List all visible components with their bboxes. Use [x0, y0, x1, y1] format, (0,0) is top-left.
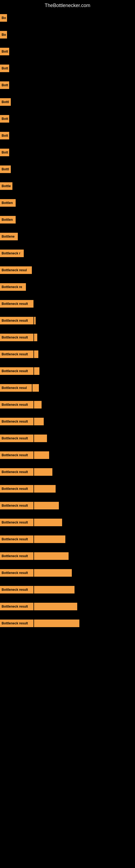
bottleneck-label: Bottleneck result	[0, 552, 34, 560]
list-item: Bottlen	[0, 195, 135, 211]
list-item: Bottleneck result	[0, 531, 135, 547]
list-item: Bottleneck result	[0, 296, 135, 312]
list-item: Bott	[0, 144, 135, 161]
bottleneck-bar	[34, 485, 56, 493]
page-title: TheBottlenecker.com	[0, 0, 135, 10]
bottleneck-label: Bottleneck resul	[0, 267, 32, 274]
bottleneck-bar	[34, 435, 47, 442]
bottleneck-label: Bottl	[0, 98, 11, 106]
list-item: Bottleneck resul	[0, 380, 135, 396]
list-item: Bottleneck result	[0, 346, 135, 362]
bottleneck-label: Bott	[0, 132, 9, 140]
list-item: Bottleneck result	[0, 363, 135, 379]
bottleneck-label: Bottlene	[0, 233, 18, 240]
list-item: Bottleneck result	[0, 497, 135, 514]
bottleneck-label: Bottlen	[0, 216, 16, 223]
bottleneck-label: Bottleneck result	[0, 502, 34, 509]
bottleneck-bar	[34, 317, 36, 324]
bottleneck-label: Bottlen	[0, 199, 16, 207]
bottleneck-label: Bottl	[0, 165, 11, 173]
list-item: Bottle	[0, 178, 135, 194]
list-item: Bo	[0, 10, 135, 26]
list-item: Bottlene	[0, 228, 135, 245]
list-item: Bottleneck resul	[0, 262, 135, 278]
bottleneck-bar	[34, 586, 75, 593]
list-item: Bott	[0, 77, 135, 93]
bottleneck-bar	[34, 350, 38, 358]
bottleneck-bar	[34, 502, 59, 509]
bottleneck-label: Bottleneck result	[0, 317, 34, 324]
bottleneck-label: Bottleneck result	[0, 435, 34, 442]
bottleneck-label: Bottleneck result	[0, 519, 34, 526]
list-item: Bottleneck result	[0, 312, 135, 329]
bottleneck-bar	[34, 603, 77, 610]
list-item: Bottleneck result	[0, 329, 135, 346]
bottleneck-label: Bott	[0, 149, 9, 156]
list-item: Bottleneck result	[0, 598, 135, 615]
list-item: Bottl	[0, 94, 135, 110]
list-item: Bottleneck result	[0, 582, 135, 598]
bottleneck-bar	[34, 452, 49, 459]
list-item: Bott	[0, 127, 135, 144]
bottleneck-bar	[34, 519, 62, 526]
rows-container: BoBoBottBottBottBottlBottBottBottBottlBo…	[0, 10, 135, 631]
bottleneck-label: Bottleneck result	[0, 452, 34, 459]
list-item: Bottleneck result	[0, 397, 135, 413]
bottleneck-label: Bott	[0, 65, 9, 72]
bottleneck-label: Bottleneck result	[0, 603, 34, 610]
list-item: Bottleneck result	[0, 548, 135, 564]
main-container: TheBottlenecker.com BoBoBottBottBottBott…	[0, 0, 135, 631]
list-item: Bottleneck re	[0, 279, 135, 295]
bottleneck-bar	[34, 334, 37, 341]
bottleneck-label: Bottleneck result	[0, 586, 34, 593]
bottleneck-label: Bottleneck result	[0, 350, 34, 358]
bottleneck-label: Bottleneck result	[0, 535, 34, 543]
bottleneck-label: Bottleneck result	[0, 418, 34, 425]
list-item: Bo	[0, 27, 135, 43]
bottleneck-bar	[32, 384, 39, 392]
bottleneck-bar	[34, 535, 65, 543]
list-item: Bott	[0, 111, 135, 127]
list-item: Bottleneck result	[0, 514, 135, 531]
bottleneck-label: Bottleneck result	[0, 367, 34, 375]
bottleneck-label: Bottleneck result	[0, 300, 34, 308]
bottleneck-label: Bottleneck resul	[0, 384, 32, 392]
bottleneck-label: Bottleneck re	[0, 283, 26, 291]
bottleneck-bar	[34, 401, 42, 408]
list-item: Bottleneck result	[0, 447, 135, 463]
list-item: Bottleneck result	[0, 565, 135, 581]
list-item: Bottl	[0, 161, 135, 177]
bottleneck-label: Bottleneck result	[0, 485, 34, 493]
list-item: Bottleneck result	[0, 430, 135, 446]
bottleneck-bar	[34, 367, 39, 375]
bottleneck-bar	[34, 468, 52, 476]
bottleneck-bar	[34, 552, 69, 560]
list-item: Bottleneck result	[0, 464, 135, 480]
list-item: Bottleneck result	[0, 413, 135, 430]
list-item: Bott	[0, 60, 135, 76]
bottleneck-label: Bottleneck result	[0, 401, 34, 408]
bottleneck-label: Bottleneck result	[0, 334, 34, 341]
list-item: Bottleneck result	[0, 615, 135, 631]
list-item: Bottleneck r	[0, 245, 135, 261]
bottleneck-label: Bottleneck result	[0, 569, 34, 577]
bottleneck-label: Bott	[0, 82, 9, 89]
bottleneck-bar	[34, 620, 79, 627]
list-item: Bott	[0, 43, 135, 60]
bottleneck-label: Bott	[0, 48, 9, 55]
bottleneck-bar	[34, 569, 72, 577]
bottleneck-label: Bottleneck r	[0, 250, 24, 257]
bottleneck-label: Bo	[0, 14, 7, 22]
bottleneck-label: Bottle	[0, 182, 12, 190]
bottleneck-label: Bo	[0, 31, 7, 38]
list-item: Bottlen	[0, 212, 135, 228]
bottleneck-label: Bottleneck result	[0, 620, 34, 627]
list-item: Bottleneck result	[0, 480, 135, 497]
bottleneck-label: Bott	[0, 115, 9, 123]
bottleneck-bar	[34, 418, 44, 425]
bottleneck-label: Bottleneck result	[0, 468, 34, 476]
